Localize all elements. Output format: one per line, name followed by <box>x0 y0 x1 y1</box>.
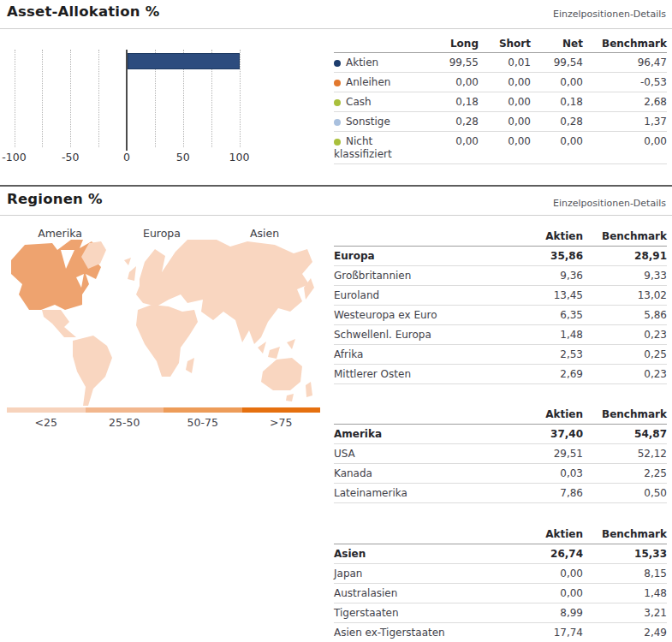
row-label: Japan <box>334 564 497 584</box>
row-label: USA <box>334 444 497 464</box>
value-cell: 0,00 <box>429 73 479 92</box>
region-table-amerika: AktienBenchmarkAmerika37,4054,87USA29,51… <box>334 404 667 503</box>
value-cell: 0,00 <box>497 564 583 584</box>
value-cell: 0,00 <box>497 584 583 603</box>
australia-region <box>261 358 302 390</box>
row-label: Schwellenl. Europa <box>334 325 497 345</box>
asset-class-dot-icon <box>334 119 341 126</box>
row-label: Asien ex-Tigerstaaten <box>334 623 497 642</box>
row-label: Lateinamerika <box>334 484 497 503</box>
region-name: Europa <box>334 247 497 266</box>
region-row: Afrika2,530,25 <box>334 345 667 365</box>
asset-class-label: Anleihen <box>334 73 429 92</box>
column-header-aktien: Aktien <box>497 226 583 247</box>
region-row: Tigerstaaten8,993,21 <box>334 603 667 623</box>
value-cell: 0,00 <box>429 132 479 164</box>
asset-table-row: Aktien99,550,0199,5496,47 <box>334 53 667 73</box>
column-header-empty <box>334 404 497 425</box>
column-header-aktien: Aktien <box>497 524 583 544</box>
region-row: Mittlerer Osten2,690,23 <box>334 365 667 384</box>
value-cell: 17,74 <box>497 623 583 642</box>
value-cell: 54,87 <box>583 425 667 444</box>
chart-gridline <box>15 50 15 147</box>
region-name: Amerika <box>334 425 497 444</box>
asset-class-dot-icon <box>334 80 341 86</box>
region-row: Großbritannien9,369,33 <box>334 266 667 286</box>
southeast-asia-island <box>268 347 280 359</box>
legend-label: 50-75 <box>187 416 218 429</box>
asset-table-row: Anleihen0,000,000,00-0,53 <box>334 73 667 92</box>
legend-color-bar <box>7 407 86 413</box>
value-cell: 0,00 <box>583 132 667 164</box>
column-header-benchmark: Benchmark <box>583 226 667 247</box>
chart-gridline <box>42 50 43 147</box>
region-row: Lateinamerika7,860,50 <box>334 484 667 503</box>
value-cell: -0,53 <box>583 73 667 92</box>
asset-allocation-title: Asset-Allokation % <box>7 3 159 20</box>
region-row: Schwellenl. Europa1,480,23 <box>334 325 667 345</box>
region-total-row: Asien26,7415,33 <box>334 544 667 564</box>
asset-table-row: Nicht klassifiziert0,000,000,000,00 <box>334 132 667 164</box>
value-cell: 9,36 <box>497 266 583 286</box>
value-cell: 13,02 <box>583 286 667 306</box>
row-label: Mittlerer Osten <box>334 365 497 384</box>
asset-class-label: Aktien <box>334 53 429 73</box>
column-header-short: Short <box>479 34 531 53</box>
value-cell: 0,18 <box>429 92 479 112</box>
value-cell: 2,25 <box>583 464 667 484</box>
legend-segment: >75 <box>242 407 321 430</box>
chart-gridline <box>70 50 71 147</box>
world-map: AmerikaEuropaAsien <2525-5050-75>75 <box>4 224 323 435</box>
value-cell: 15,33 <box>583 544 667 564</box>
region-row: Japan0,008,15 <box>334 564 667 584</box>
value-cell: 8,99 <box>497 603 583 623</box>
chart-gridline <box>98 50 99 147</box>
column-header-empty <box>334 524 497 544</box>
region-table-europa: AktienBenchmarkEuropa35,8628,91Großbrita… <box>334 226 667 384</box>
region-table-header-row: AktienBenchmark <box>334 404 667 425</box>
asset-class-dot-icon <box>334 60 341 67</box>
column-header-empty <box>334 34 429 53</box>
asset-table-row: Cash0,180,000,182,68 <box>334 92 667 112</box>
axis-tick-label: -50 <box>62 151 79 163</box>
aktien-net-bar <box>128 53 240 69</box>
iceland-region <box>124 258 131 265</box>
asset-allocation-table-body: Aktien99,550,0199,5496,47Anleihen0,000,0… <box>334 53 667 164</box>
value-cell: 0,00 <box>479 92 531 112</box>
central-america-region <box>42 310 76 337</box>
value-cell: 52,12 <box>583 444 667 464</box>
map-legend: <2525-5050-75>75 <box>7 407 320 430</box>
world-map-svg <box>4 238 323 406</box>
column-header-long: Long <box>429 34 479 53</box>
legend-color-bar <box>242 407 321 413</box>
column-header-empty <box>334 226 497 247</box>
column-header-benchmark: Benchmark <box>583 404 667 425</box>
column-header-benchmark: Benchmark <box>583 524 667 544</box>
value-cell: 2,69 <box>497 365 583 384</box>
asset-allocation-table: Long Short Net Benchmark Aktien99,550,01… <box>334 34 667 164</box>
value-cell: 37,40 <box>497 425 583 444</box>
title-divider <box>0 28 672 29</box>
chart-axis-labels: -100-50050100 <box>0 151 265 166</box>
new-zealand-region <box>306 382 312 397</box>
region-table-asien: AktienBenchmarkAsien26,7415,33Japan0,008… <box>334 524 667 642</box>
axis-tick-label: 100 <box>229 151 250 163</box>
value-cell: 0,00 <box>479 112 531 132</box>
value-cell: 13,45 <box>497 286 583 306</box>
value-cell: 2,53 <box>497 345 583 365</box>
madagascar-region <box>186 358 194 373</box>
value-cell: 0,25 <box>583 345 667 365</box>
asset-allocation-details-link[interactable]: Einzelpositionen-Details <box>553 9 666 20</box>
asset-class-label: Sonstige <box>334 112 429 132</box>
value-cell: 3,21 <box>583 603 667 623</box>
value-cell: 29,51 <box>497 444 583 464</box>
column-header-aktien: Aktien <box>497 404 583 425</box>
title-divider <box>0 215 672 216</box>
asset-table-row: Sonstige0,280,000,281,37 <box>334 112 667 132</box>
asset-class-label: Cash <box>334 92 429 112</box>
legend-segment: <25 <box>7 407 86 430</box>
legend-color-bar <box>86 407 164 413</box>
value-cell: 0,00 <box>479 132 531 164</box>
regions-details-link[interactable]: Einzelpositionen-Details <box>553 198 666 209</box>
region-total-row: Amerika37,4054,87 <box>334 425 667 444</box>
